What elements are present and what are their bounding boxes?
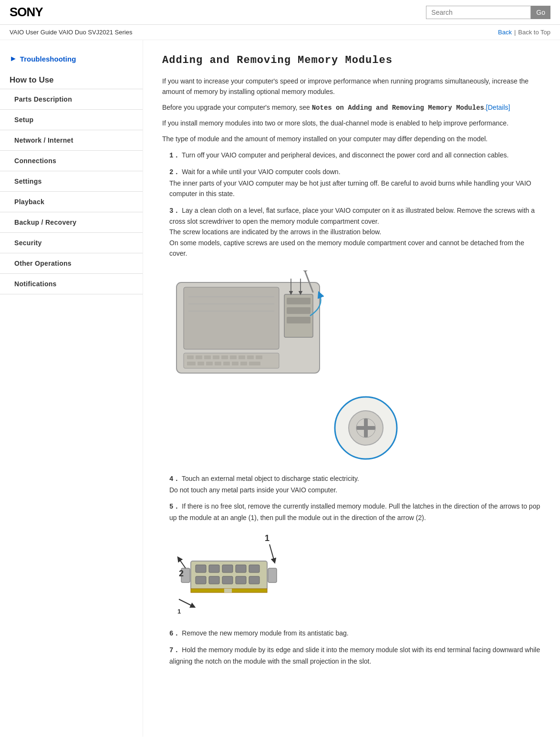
step-7-text: Hold the memory module by its edge and s… bbox=[169, 646, 540, 665]
before-upgrade-paragraph: Before you upgrade your computer's memor… bbox=[162, 102, 541, 113]
screw-circle-svg bbox=[330, 392, 402, 464]
sidebar-item-setup[interactable]: Setup bbox=[0, 110, 143, 130]
bold-notes-link: Notes on Adding and Removing Memory Modu… bbox=[312, 104, 484, 112]
svg-rect-50 bbox=[268, 568, 277, 583]
step-1-text: Turn off your VAIO computer and peripher… bbox=[182, 151, 508, 159]
sidebar-item-settings[interactable]: Settings bbox=[0, 171, 143, 192]
main-layout: ► Troubleshooting How to Use Parts Descr… bbox=[0, 40, 560, 737]
laptop-svg-illustration bbox=[162, 268, 334, 383]
svg-marker-28 bbox=[303, 271, 308, 272]
sony-logo: SONY bbox=[10, 5, 43, 20]
svg-rect-40 bbox=[236, 565, 246, 572]
svg-rect-9 bbox=[213, 355, 219, 359]
dual-channel-paragraph: If you install memory modules into two o… bbox=[162, 118, 541, 128]
sidebar-item-parts-description[interactable]: Parts Description bbox=[0, 89, 143, 110]
svg-rect-41 bbox=[249, 565, 259, 572]
svg-rect-15 bbox=[187, 362, 196, 365]
svg-rect-44 bbox=[222, 576, 233, 584]
svg-rect-37 bbox=[196, 565, 206, 572]
content-body: If you want to increase your computer's … bbox=[162, 76, 541, 666]
step-2-text: Wait for a while until your VAIO compute… bbox=[169, 168, 531, 198]
sidebar-item-security[interactable]: Security bbox=[0, 233, 143, 253]
back-link[interactable]: Back bbox=[498, 29, 512, 36]
sidebar-item-backup-recovery[interactable]: Backup / Recovery bbox=[0, 212, 143, 233]
svg-rect-43 bbox=[209, 576, 219, 584]
steps-list: 1． Turn off your VAIO computer and perip… bbox=[167, 150, 541, 259]
svg-rect-13 bbox=[247, 355, 254, 359]
svg-rect-42 bbox=[196, 576, 206, 584]
details-link[interactable]: [Details] bbox=[486, 104, 510, 111]
svg-rect-8 bbox=[204, 355, 211, 359]
svg-rect-25 bbox=[287, 307, 311, 314]
content-area: Adding and Removing Memory Modules If yo… bbox=[143, 40, 560, 737]
svg-rect-20 bbox=[232, 362, 239, 365]
search-input[interactable] bbox=[426, 6, 531, 19]
svg-rect-45 bbox=[236, 576, 246, 584]
step-1-num: 1． bbox=[169, 152, 180, 159]
sidebar-item-notifications[interactable]: Notifications bbox=[0, 274, 143, 294]
step-1: 1． Turn off your VAIO computer and perip… bbox=[167, 150, 541, 161]
svg-text:2: 2 bbox=[179, 569, 184, 578]
intro-paragraph: If you want to increase your computer's … bbox=[162, 76, 541, 97]
troubleshooting-label: Troubleshooting bbox=[20, 55, 76, 63]
nav-links: Back | Back to Top bbox=[498, 29, 550, 36]
laptop-compartment-illustration bbox=[162, 268, 541, 383]
svg-rect-18 bbox=[215, 362, 221, 365]
step-5-num: 5． bbox=[169, 503, 180, 510]
sidebar: ► Troubleshooting How to Use Parts Descr… bbox=[0, 40, 143, 737]
svg-rect-16 bbox=[197, 362, 204, 365]
troubleshooting-arrow-icon: ► bbox=[10, 54, 17, 63]
svg-rect-19 bbox=[223, 362, 230, 365]
step-4-text: Touch an external metal object to discha… bbox=[169, 475, 359, 493]
svg-rect-21 bbox=[240, 362, 247, 365]
step-3: 3． Lay a clean cloth on a level, flat su… bbox=[167, 205, 541, 259]
step-6-num: 6． bbox=[169, 630, 180, 637]
step-7-num: 7． bbox=[169, 646, 180, 654]
step-4: 4． Touch an external metal object to dis… bbox=[167, 473, 541, 495]
sidebar-troubleshooting[interactable]: ► Troubleshooting bbox=[0, 50, 143, 71]
memory-pull-illustration: 1 2 1 bbox=[176, 532, 541, 618]
sidebar-item-other-operations[interactable]: Other Operations bbox=[0, 253, 143, 274]
step-5-text: If there is no free slot, remove the cur… bbox=[169, 502, 540, 521]
model-note-paragraph: The type of module and the amount of mem… bbox=[162, 134, 541, 144]
svg-text:1: 1 bbox=[177, 608, 181, 615]
svg-rect-34 bbox=[356, 426, 375, 430]
step-6-text: Remove the new memory module from its an… bbox=[182, 629, 348, 637]
sub-header: VAIO User Guide VAIO Duo SVJ2021 Series … bbox=[0, 25, 560, 40]
svg-text:1: 1 bbox=[265, 533, 270, 543]
svg-rect-22 bbox=[249, 362, 260, 365]
screw-detail-illustration bbox=[191, 392, 541, 464]
sidebar-item-network-internet[interactable]: Network / Internet bbox=[0, 130, 143, 151]
svg-rect-7 bbox=[196, 355, 202, 359]
sidebar-item-connections[interactable]: Connections bbox=[0, 151, 143, 171]
svg-rect-24 bbox=[287, 298, 311, 304]
guide-title: VAIO User Guide VAIO Duo SVJ2021 Series bbox=[10, 29, 132, 36]
how-to-use-title: How to Use bbox=[0, 71, 143, 89]
step-3-num: 3． bbox=[169, 207, 180, 215]
svg-rect-12 bbox=[239, 355, 245, 359]
svg-rect-38 bbox=[209, 565, 219, 572]
svg-rect-11 bbox=[230, 355, 237, 359]
header: SONY Go bbox=[0, 0, 560, 25]
back-to-top-label: to Top bbox=[534, 29, 550, 36]
svg-rect-39 bbox=[222, 565, 233, 572]
search-button[interactable]: Go bbox=[531, 6, 550, 19]
sidebar-item-playback[interactable]: Playback bbox=[0, 192, 143, 212]
steps-list-final: 6． Remove the new memory module from its… bbox=[167, 628, 541, 666]
memory-pull-svg: 1 2 1 bbox=[176, 532, 281, 618]
svg-rect-10 bbox=[221, 355, 228, 359]
page-title: Adding and Removing Memory Modules bbox=[162, 54, 541, 66]
step-4-num: 4． bbox=[169, 475, 180, 483]
step-5: 5． If there is no free slot, remove the … bbox=[167, 501, 541, 523]
search-area: Go bbox=[426, 6, 550, 19]
back-to-top-link[interactable]: Back to Top bbox=[518, 29, 550, 36]
svg-rect-17 bbox=[206, 362, 213, 365]
svg-rect-5 bbox=[184, 353, 279, 368]
svg-rect-14 bbox=[256, 355, 262, 359]
step-6: 6． Remove the new memory module from its… bbox=[167, 628, 541, 639]
svg-rect-48 bbox=[224, 589, 232, 593]
step-2-num: 2． bbox=[169, 168, 180, 176]
svg-rect-26 bbox=[287, 317, 311, 323]
steps-list-continued: 4． Touch an external metal object to dis… bbox=[167, 473, 541, 523]
svg-rect-6 bbox=[187, 355, 194, 359]
